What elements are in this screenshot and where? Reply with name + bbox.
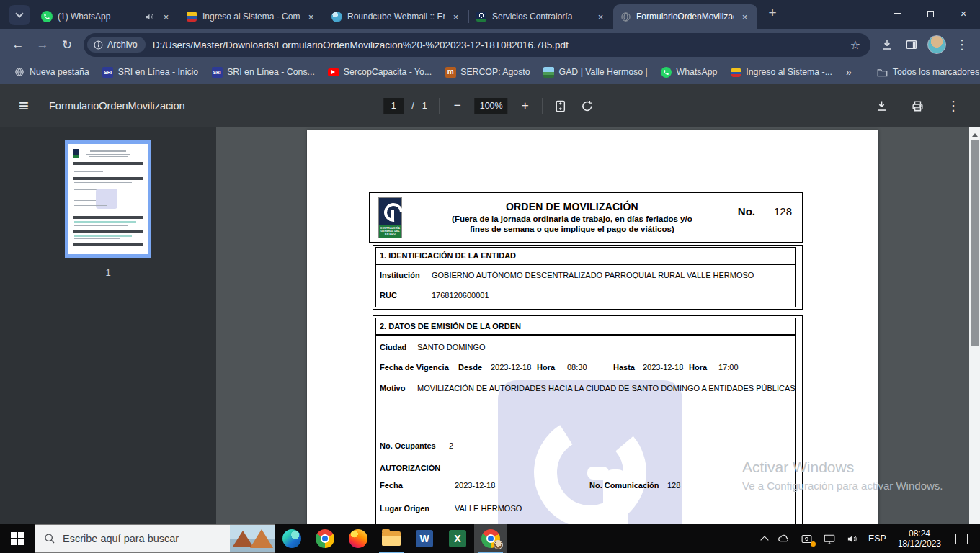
globe-icon bbox=[14, 66, 25, 78]
bookmark-gad-valle-hermoso[interactable]: GAD | Valle Hermoso | bbox=[537, 63, 654, 81]
taskbar-chrome-active[interactable] bbox=[474, 524, 507, 553]
address-bar[interactable]: Archivo D:/Users/Master/Downloads/Formul… bbox=[84, 33, 870, 57]
tab-ingreso-sistema[interactable]: Ingreso al Sistema - Compra × bbox=[179, 4, 324, 29]
zoom-out-button[interactable]: − bbox=[448, 96, 467, 115]
thumbnail-page-number: 1 bbox=[105, 267, 110, 278]
zoom-in-button[interactable]: + bbox=[516, 96, 535, 115]
bookmark-sercop-agosto[interactable]: m SERCOP: Agosto bbox=[438, 63, 536, 81]
bookmark-star-icon[interactable]: ☆ bbox=[845, 38, 866, 52]
pdf-download-button[interactable] bbox=[872, 96, 891, 115]
back-button[interactable]: ← bbox=[6, 32, 30, 57]
scrollbar-thumb[interactable] bbox=[971, 140, 979, 346]
pdf-page: CONTRALORÍA GENERAL DEL ESTADO ORDEN DE … bbox=[307, 130, 878, 524]
tray-sync[interactable] bbox=[796, 524, 818, 553]
network-icon bbox=[823, 534, 836, 544]
browser-menu-button[interactable]: ⋮ bbox=[950, 32, 974, 57]
page-number-input[interactable] bbox=[383, 98, 404, 114]
new-tab-button[interactable]: + bbox=[762, 3, 783, 23]
profile-avatar[interactable] bbox=[927, 35, 946, 54]
tab-close-icon[interactable]: × bbox=[739, 11, 751, 23]
forward-button[interactable]: → bbox=[30, 32, 55, 57]
pdf-thumbnail-sidebar: 1 bbox=[0, 127, 216, 524]
taskbar-file-explorer[interactable] bbox=[375, 524, 408, 553]
window-controls: × bbox=[881, 0, 980, 27]
system-tray: ESP 08:24 18/12/2023 bbox=[757, 524, 980, 553]
pdf-menu-button[interactable]: ≡ bbox=[12, 94, 36, 118]
form-header: CONTRALORÍA GENERAL DEL ESTADO ORDEN DE … bbox=[369, 192, 803, 243]
rotate-icon bbox=[580, 99, 594, 113]
page-thumbnail[interactable] bbox=[65, 140, 151, 258]
tab-title: Servicios Contraloría bbox=[492, 12, 589, 22]
institucion-value: GOBIERNO AUTÓNOMO DESCENTRALIZADO PARROQ… bbox=[432, 271, 754, 279]
window-minimize-button[interactable] bbox=[881, 0, 914, 27]
pdf-print-button[interactable] bbox=[908, 96, 927, 115]
reload-button[interactable]: ↻ bbox=[55, 32, 79, 57]
zoom-level[interactable]: 100% bbox=[475, 98, 508, 114]
bookmarks-bar: Nueva pestaña SRI SRI en Línea - Inicio … bbox=[0, 60, 980, 84]
all-bookmarks-button[interactable]: Todos los marcadores bbox=[870, 63, 980, 81]
form-title: ORDEN DE MOVILIZACIÓN bbox=[409, 201, 735, 212]
window-restore-button[interactable] bbox=[914, 0, 947, 27]
search-highlight-image[interactable] bbox=[230, 525, 275, 552]
bookmark-sri-consultas[interactable]: SRI SRI en Línea - Cons... bbox=[205, 63, 321, 81]
taskbar-edge[interactable] bbox=[275, 524, 308, 553]
section-identificacion: 1. IDENTIFICACIÓN DE LA ENTIDAD Instituc… bbox=[373, 245, 803, 310]
bookmark-whatsapp[interactable]: WhatsApp bbox=[654, 63, 724, 81]
screen: (1) WhatsApp × Ingreso al Sistema - Comp… bbox=[0, 0, 980, 553]
site-info-chip[interactable]: Archivo bbox=[87, 37, 146, 53]
form-title-block: ORDEN DE MOVILIZACIÓN (Fuera de la jorna… bbox=[402, 201, 738, 235]
bookmark-label: SRI en Línea - Inicio bbox=[118, 67, 198, 77]
tab-close-icon[interactable]: × bbox=[160, 11, 172, 23]
vertical-scrollbar[interactable] bbox=[969, 127, 980, 524]
scroll-up-arrow[interactable] bbox=[969, 131, 980, 138]
language-indicator[interactable]: ESP bbox=[863, 524, 891, 553]
tab-search-button[interactable] bbox=[9, 5, 30, 25]
ecuador-emblem-icon bbox=[186, 11, 197, 22]
tray-volume[interactable] bbox=[841, 524, 863, 553]
bookmarks-overflow-button[interactable]: » bbox=[839, 66, 859, 78]
tab-formulario-active[interactable]: FormularioOrdenMovilizacio × bbox=[613, 4, 757, 29]
taskbar-search[interactable]: Escribe aquí para buscar bbox=[35, 524, 275, 553]
bookmark-ingreso-sistema[interactable]: Ingreso al Sistema -... bbox=[723, 63, 839, 81]
cge-logo-caption: CONTRALORÍA GENERAL DEL ESTADO bbox=[379, 225, 401, 238]
tray-network[interactable] bbox=[818, 524, 841, 553]
edge-icon bbox=[282, 529, 301, 548]
pdf-toolbar: ≡ FormularioOrdenMovilizacion / 1 − 100%… bbox=[0, 84, 980, 127]
tab-audio-icon[interactable] bbox=[143, 11, 155, 22]
bookmark-label: GAD | Valle Hermoso | bbox=[559, 67, 648, 77]
downloads-button[interactable] bbox=[875, 32, 899, 57]
tray-onedrive[interactable] bbox=[772, 524, 796, 553]
rotate-button[interactable] bbox=[578, 96, 597, 115]
bookmark-sri-inicio[interactable]: SRI SRI en Línea - Inicio bbox=[96, 63, 205, 81]
tab-roundcube[interactable]: Roundcube Webmail :: Entra × bbox=[324, 4, 468, 29]
window-close-button[interactable]: × bbox=[947, 0, 980, 27]
tab-close-icon[interactable]: × bbox=[305, 11, 317, 23]
whatsapp-icon bbox=[41, 11, 53, 22]
tab-whatsapp[interactable]: (1) WhatsApp × bbox=[35, 4, 179, 29]
bookmark-nueva-pestana[interactable]: Nueva pestaña bbox=[7, 63, 96, 81]
ciudad-value: SANTO DOMINGO bbox=[417, 343, 486, 351]
taskbar-firefox[interactable] bbox=[342, 524, 375, 553]
bookmark-sercopcapacita[interactable]: SercopCapacita - Yo... bbox=[321, 63, 438, 81]
fecha-label: Fecha bbox=[380, 481, 455, 490]
tab-close-icon[interactable]: × bbox=[594, 11, 607, 23]
toolbar-divider bbox=[543, 98, 543, 114]
tray-expand-button[interactable] bbox=[757, 524, 772, 553]
globe-icon bbox=[620, 11, 631, 22]
taskbar-chrome[interactable] bbox=[308, 524, 342, 553]
pdf-document-area: CONTRALORÍA GENERAL DEL ESTADO ORDEN DE … bbox=[216, 127, 969, 524]
pdf-more-button[interactable]: ⋮ bbox=[944, 96, 963, 115]
tab-servicios-contraloria[interactable]: Servicios Contraloría × bbox=[469, 4, 613, 29]
side-panel-button[interactable] bbox=[899, 32, 924, 57]
start-button[interactable] bbox=[0, 524, 35, 553]
bookmark-label: WhatsApp bbox=[677, 67, 718, 77]
profile-badge bbox=[494, 540, 503, 549]
action-center-button[interactable] bbox=[948, 524, 980, 553]
fit-page-button[interactable] bbox=[551, 96, 570, 115]
taskbar-word[interactable]: W bbox=[408, 524, 441, 553]
hora-label: Hora bbox=[689, 363, 718, 372]
taskbar-clock[interactable]: 08:24 18/12/2023 bbox=[891, 524, 948, 553]
taskbar-excel[interactable]: X bbox=[441, 524, 474, 553]
tab-close-icon[interactable]: × bbox=[450, 11, 462, 23]
chevron-down-icon bbox=[15, 9, 23, 17]
